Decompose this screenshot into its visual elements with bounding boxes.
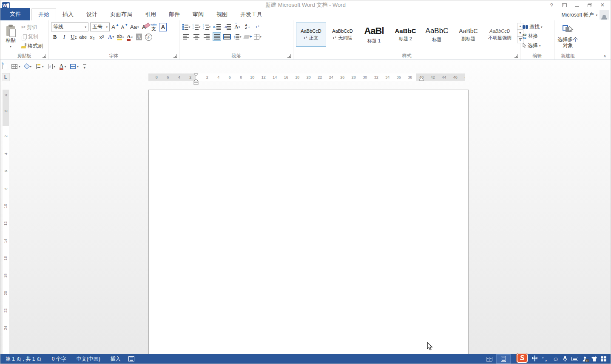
help-button[interactable]: ? [546,1,557,9]
paste-button[interactable]: 粘贴 ▾ [1,21,20,52]
first-line-indent-marker[interactable] [193,73,199,76]
vertical-ruler[interactable]: 42 24681012141618202224 [3,90,9,354]
sogou-logo-icon[interactable]: S [517,353,528,363]
close-button[interactable]: × [597,1,608,9]
shrink-font-button[interactable]: A▼ [121,23,128,31]
superscript-button[interactable]: x² [98,33,105,41]
font-name-combo[interactable]: 等线▾ [51,23,88,31]
ribbon-tab[interactable]: 审阅 [186,9,210,20]
login-person-icon[interactable]: 17 [583,356,587,361]
line-spacing-button[interactable]: ↕▾ [233,32,242,41]
strikethrough-button[interactable]: abc [79,33,87,41]
page-forward-button[interactable] [3,64,7,69]
sort-button[interactable]: AZ↓ [243,23,252,31]
skin-shirt-icon[interactable] [591,356,597,361]
collapse-ribbon-button[interactable]: ∧ [603,54,606,58]
borders-button[interactable]: ▾ [253,32,262,41]
decrease-indent-button[interactable]: ⇤ [213,23,221,31]
toolbox-grid-icon[interactable] [601,356,606,361]
page-count-status[interactable]: 第 1 页 , 共 1 页 [0,354,47,364]
hanging-indent-marker[interactable] [193,79,199,85]
table-borders-button[interactable]: ▾ [70,64,79,69]
bold-button[interactable]: B [51,33,59,41]
grow-font-button[interactable]: A▲ [111,23,119,31]
minimize-button[interactable] [571,1,583,9]
enclose-characters-button[interactable]: 字 [145,33,152,41]
character-border-button[interactable]: A [159,23,167,31]
style-card[interactable]: AaBbCcD 不明显强调 [485,23,515,47]
word-count-status[interactable]: 0 个字 [47,354,71,364]
emoji-icon[interactable]: ☺ [553,356,559,362]
style-card[interactable]: AaBbC 标题 [422,23,452,47]
align-right-button[interactable] [202,32,211,41]
show-hide-marks-button[interactable]: ↵ [253,23,262,31]
style-card[interactable]: AaBbC 标题 2 [390,23,421,47]
italic-button[interactable]: I [60,33,68,41]
format-painter-button[interactable]: 格式刷 [20,41,44,51]
select-button[interactable]: 选择▾ [521,41,553,50]
shapes-button[interactable]: ▾ [25,64,32,68]
style-card[interactable]: AaBbC 副标题 [453,23,483,47]
avatar[interactable] [600,10,609,20]
tab-stop-selector[interactable]: L [2,73,10,81]
style-card[interactable]: AaBbCcD ↵ 正文 [296,23,326,47]
ribbon-display-options-button[interactable] [559,1,570,9]
copy-button[interactable]: 复制 [20,32,44,41]
shading-button[interactable]: ▾ [243,32,252,41]
text-effects-button[interactable]: A▾ [107,33,115,41]
language-status[interactable]: 中文(中国) [71,354,105,364]
underline-button[interactable]: U▾ [70,33,77,41]
print-layout-button[interactable] [496,354,511,364]
asian-layout-button[interactable]: A▾ [233,23,242,31]
toolbar-more-button[interactable]: ▾ [83,64,86,69]
indent-button[interactable]: ▾ [36,64,44,69]
align-left-button[interactable] [182,32,190,41]
align-center-button[interactable] [192,32,201,41]
dialog-launcher-icon[interactable] [287,54,291,58]
justify-button[interactable] [213,32,221,41]
clear-formatting-button[interactable]: A [140,23,148,31]
account-area[interactable]: Microsoft 帐户 ▾ [561,10,609,20]
right-indent-marker[interactable] [419,77,424,81]
find-button[interactable]: 查找▾ [521,22,553,31]
document-page[interactable] [148,90,469,354]
ribbon-tab[interactable]: 引用 [139,9,162,20]
subscript-button[interactable]: x₂ [88,33,96,41]
numbering-button[interactable]: ▾ [192,23,201,31]
ribbon-tab[interactable]: 文件 [0,8,30,20]
font-color-quick-button[interactable]: A▾ [60,63,66,70]
dialog-launcher-icon[interactable] [43,54,46,58]
change-case-button[interactable]: Aa▾ [130,23,139,31]
ribbon-tab[interactable]: 视图 [210,9,234,20]
horizontal-ruler[interactable]: 8642 2468101214161820222426283032343638 … [148,73,470,81]
style-card[interactable]: AaBbCcD ↵ 无间隔 [327,23,358,47]
dialog-launcher-icon[interactable] [514,54,518,58]
soft-keyboard-icon[interactable] [571,357,578,361]
page-number-button[interactable]: #▾ [48,64,56,69]
microphone-icon[interactable] [563,356,567,362]
read-mode-button[interactable] [482,354,496,364]
font-size-combo[interactable]: 五号▾ [90,23,110,31]
ribbon-tab[interactable]: 开始 [31,8,56,20]
ime-punctuation-toggle[interactable]: ’， [542,355,548,363]
dialog-launcher-icon[interactable] [173,54,177,58]
text-highlight-button[interactable]: ab▾ [117,33,124,41]
bullets-button[interactable]: ▾ [182,23,190,31]
restore-button[interactable] [584,1,595,9]
cut-button[interactable]: ✂剪切 [20,23,44,32]
multilevel-list-button[interactable]: ▾ [202,23,211,31]
ribbon-tab[interactable]: 邮件 [162,9,186,20]
ribbon-tab[interactable]: 页面布局 [104,9,139,20]
style-card[interactable]: AaBl 标题 1 [359,23,389,47]
distribute-button[interactable] [223,32,231,41]
select-multiple-objects-button[interactable]: 选择多个对象 [555,21,580,52]
phonetic-guide-button[interactable]: wén文 [150,23,157,31]
insert-mode-status[interactable]: 插入 [105,354,126,364]
increase-indent-button[interactable]: ⇥ [223,23,231,31]
ribbon-tab[interactable]: 设计 [80,9,104,20]
ime-language-toggle[interactable]: 中 [532,355,538,363]
table-button[interactable]: ▾ [11,64,20,69]
ribbon-tab[interactable]: 插入 [56,9,80,20]
font-color-button[interactable]: A▾ [126,33,134,41]
replace-button[interactable]: abac替换 [521,31,553,41]
